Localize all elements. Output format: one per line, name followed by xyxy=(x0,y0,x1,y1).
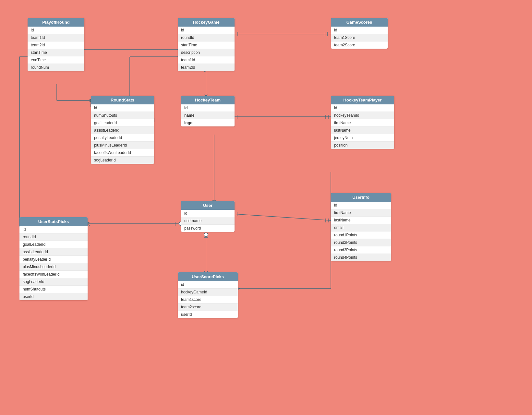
svg-point-34 xyxy=(204,233,208,237)
entity-field: id xyxy=(181,104,235,112)
entity-field: startTime xyxy=(28,49,84,56)
entity-field: round4Points xyxy=(331,254,391,261)
entity-field: team2score xyxy=(178,303,238,311)
entity-header-user: User xyxy=(181,201,235,210)
entity-field: team1Id xyxy=(178,56,235,64)
entity-header-gamescores: GameScores xyxy=(331,18,388,27)
entity-field: position xyxy=(331,142,394,149)
entity-field: numShutouts xyxy=(19,286,88,293)
entity-field: sogLeaderId xyxy=(19,278,88,286)
entity-field: assistLeaderId xyxy=(19,248,88,256)
entity-field: id xyxy=(331,27,388,34)
erd-diagram: PlayoffRoundidteam1Idteam2IdstartTimeend… xyxy=(0,0,532,415)
entity-field: username xyxy=(181,217,235,225)
entity-field: numShutouts xyxy=(91,112,154,119)
entity-field: logo xyxy=(181,119,235,126)
entity-field: penaltyLeaderId xyxy=(19,256,88,263)
entity-field: team2Score xyxy=(331,42,388,49)
entity-hockeyteam: HockeyTeamidnamelogo xyxy=(181,96,235,126)
entity-header-hockeyteam: HockeyTeam xyxy=(181,96,235,104)
svg-line-39 xyxy=(235,214,331,220)
entity-hockeygame: HockeyGameidroundIdstartTimedescriptiont… xyxy=(178,18,235,71)
entity-header-hockeygame: HockeyGame xyxy=(178,18,235,27)
entity-field: faceoffsWonLeaderId xyxy=(91,149,154,157)
entity-field: team2Id xyxy=(178,64,235,71)
entity-field: id xyxy=(331,104,394,112)
entity-field: id xyxy=(331,202,391,209)
entity-hockeyteamplayer: HockeyTeamPlayeridhockeyTeamIdfirstNamel… xyxy=(331,96,394,149)
entity-field: id xyxy=(178,27,235,34)
entity-field: round1Points xyxy=(331,231,391,239)
entity-field: assistLeaderId xyxy=(91,127,154,134)
entity-header-roundstats: RoundStats xyxy=(91,96,154,104)
entity-field: roundId xyxy=(178,34,235,42)
entity-header-userinfo: UserInfo xyxy=(331,193,391,202)
entity-field: id xyxy=(181,210,235,217)
entity-field: id xyxy=(91,104,154,112)
entity-field: id xyxy=(28,27,84,34)
entity-field: faceoffsWonLeaderId xyxy=(19,271,88,278)
entity-field: roundNum xyxy=(28,64,84,71)
entity-field: penaltyLeaderId xyxy=(91,134,154,142)
entity-field: id xyxy=(19,226,88,233)
entity-roundstats: RoundStatsidnumShutoutsgoalLeaderIdassis… xyxy=(91,96,154,164)
entity-field: round3Points xyxy=(331,246,391,254)
entity-field: id xyxy=(178,281,238,289)
entity-playoffround: PlayoffRoundidteam1Idteam2IdstartTimeend… xyxy=(28,18,84,71)
entity-header-userstatspicks: UserStatsPicks xyxy=(19,217,88,226)
entity-field: hockeyGameId xyxy=(178,289,238,296)
entity-field: plusMinusLeaderId xyxy=(19,263,88,271)
entity-field: endTime xyxy=(28,56,84,64)
entity-field: hockeyTeamId xyxy=(331,112,394,119)
entity-field: goalLeaderId xyxy=(19,241,88,248)
entity-field: name xyxy=(181,112,235,119)
entity-userscorepicks: UserScorePicksidhockeyGameIdteam1scorete… xyxy=(178,272,238,318)
entity-field: lastName xyxy=(331,127,394,134)
entity-field: startTime xyxy=(178,42,235,49)
entity-field: plusMinusLeaderId xyxy=(91,142,154,149)
entity-field: roundId xyxy=(19,233,88,241)
entity-header-userscorepicks: UserScorePicks xyxy=(178,272,238,281)
entity-field: lastName xyxy=(331,217,391,224)
entity-field: jerseyNum xyxy=(331,134,394,142)
entity-field: sogLeaderId xyxy=(91,157,154,164)
entity-field: round2Points xyxy=(331,239,391,246)
entity-field: description xyxy=(178,49,235,56)
entity-field: team1score xyxy=(178,296,238,303)
entity-field: password xyxy=(181,225,235,232)
entity-header-playoffround: PlayoffRound xyxy=(28,18,84,27)
entity-gamescores: GameScoresidteam1Scoreteam2Score xyxy=(331,18,388,49)
entity-field: team2Id xyxy=(28,42,84,49)
entity-field: team1Id xyxy=(28,34,84,42)
entity-field: firstName xyxy=(331,209,391,217)
entity-field: team1Score xyxy=(331,34,388,42)
entity-field: goalLeaderId xyxy=(91,119,154,127)
entity-field: email xyxy=(331,224,391,231)
entity-user: Useridusernamepassword xyxy=(181,201,235,232)
entity-userstatspicks: UserStatsPicksidroundIdgoalLeaderIdassis… xyxy=(19,217,88,300)
entity-header-hockeyteamplayer: HockeyTeamPlayer xyxy=(331,96,394,104)
entity-field: userId xyxy=(178,311,238,318)
entity-userinfo: UserInfoidfirstNamelastNameemailround1Po… xyxy=(331,193,391,261)
entity-field: userId xyxy=(19,293,88,300)
entity-field: firstName xyxy=(331,119,394,127)
